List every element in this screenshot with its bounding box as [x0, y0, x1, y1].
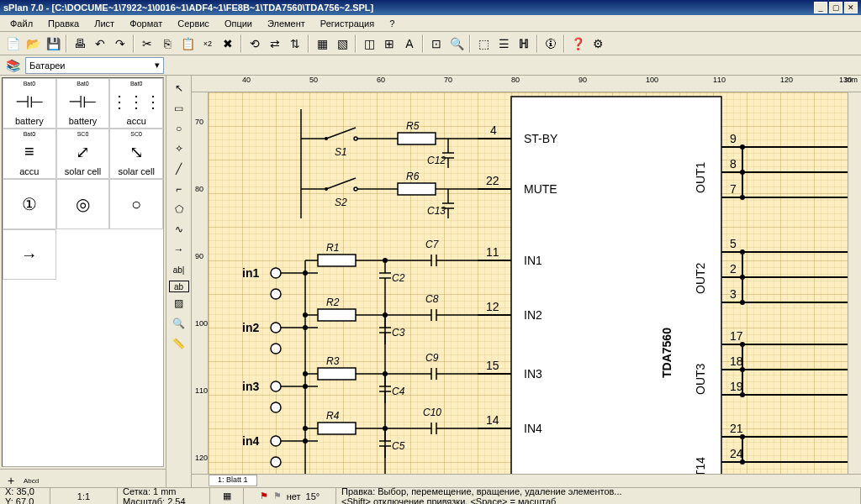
menu-format[interactable]: Формат	[123, 17, 169, 30]
junction-tool-icon[interactable]: ✧	[169, 139, 189, 158]
measure-tool-icon[interactable]: 📏	[169, 334, 189, 353]
bezier-tool-icon[interactable]: ∿	[169, 220, 189, 239]
schematic-canvas[interactable]: TDA7560 OUT1 OUT2 OUT3 JT14 4ST-BY 22MUT…	[209, 92, 848, 474]
send-back-icon[interactable]: ▧	[333, 34, 351, 53]
component-bat0-2[interactable]: Bat0⊣⊢battery	[56, 78, 110, 129]
component-accu-1[interactable]: Bat0⋮⋮⋮accu	[109, 78, 163, 129]
image-tool-icon[interactable]: ▨	[169, 294, 189, 312]
menu-file[interactable]: Файл	[3, 17, 40, 30]
flag-gray-icon[interactable]: ⚑	[273, 491, 282, 501]
ungroup-icon[interactable]: ⊞	[380, 34, 399, 53]
svg-point-189	[271, 402, 281, 412]
canvas-area: 70 80 90 100 110 120 TDA7560 OUT1 OUT2 O…	[192, 92, 861, 474]
svg-point-152	[303, 371, 308, 376]
group-icon[interactable]: ◫	[360, 34, 378, 53]
svg-point-68	[740, 392, 745, 397]
component-solar-2[interactable]: SC0⤡solar cell	[109, 129, 163, 179]
minimize-button[interactable]: _	[814, 2, 827, 13]
info-icon[interactable]: 🛈	[541, 34, 560, 53]
component-solar-1[interactable]: SC0⤢solar cell	[56, 129, 110, 179]
duplicate-icon[interactable]: ×2	[198, 34, 217, 53]
polyline-tool-icon[interactable]: ⌐	[169, 180, 189, 198]
paste-icon[interactable]: 📋	[178, 34, 197, 53]
component-circle[interactable]: ○	[109, 179, 163, 229]
new-file-icon[interactable]: 📄	[3, 34, 22, 53]
status-snap: нет	[287, 491, 301, 501]
svg-text:IN3: IN3	[524, 367, 542, 381]
svg-text:C12: C12	[427, 155, 446, 166]
cut-icon[interactable]: ✂	[138, 34, 156, 53]
zoom-in-icon[interactable]: 🔍	[447, 34, 466, 53]
tool-a-icon[interactable]: A	[400, 34, 419, 53]
svg-text:in1: in1	[242, 266, 259, 280]
sheet-tab[interactable]: 1: Blatt 1	[209, 475, 257, 486]
pointer-tool-icon[interactable]: ↖	[169, 79, 189, 97]
svg-text:24: 24	[730, 447, 743, 460]
scrollbar-vertical[interactable]	[848, 92, 861, 474]
svg-point-153	[303, 384, 308, 389]
bring-front-icon[interactable]: ▦	[313, 34, 331, 53]
save-file-icon[interactable]: 💾	[44, 34, 62, 53]
label-tool-icon[interactable]: ab	[169, 281, 189, 292]
search-icon[interactable]: ℍ	[515, 34, 533, 53]
redo-icon[interactable]: ↷	[111, 34, 129, 53]
svg-text:IN4: IN4	[524, 422, 542, 435]
zoom-tool-icon[interactable]: 🔍	[169, 314, 189, 333]
menu-sheet[interactable]: Лист	[87, 17, 121, 30]
undo-icon[interactable]: ↶	[91, 34, 109, 53]
mirror-h-icon[interactable]: ⇄	[266, 34, 284, 53]
status-angle: 15°	[306, 491, 320, 501]
open-file-icon[interactable]: 📂	[24, 34, 42, 53]
mirror-v-icon[interactable]: ⇅	[286, 34, 304, 53]
menu-service[interactable]: Сервис	[171, 17, 216, 30]
print-icon[interactable]: 🖶	[71, 34, 89, 53]
menu-edit[interactable]: Правка	[41, 17, 86, 30]
library-icon[interactable]: 📚	[3, 56, 22, 75]
arrow-tool-icon[interactable]: →	[169, 240, 189, 259]
statusbar: X: 35,0Y: 67,0 1:1 Сетка: 1 mmМасштаб: 2…	[0, 487, 861, 504]
maximize-button[interactable]: ▢	[829, 2, 843, 13]
svg-text:OUT2: OUT2	[694, 262, 707, 294]
component-j[interactable]: ◎	[56, 179, 110, 229]
status-y: Y: 67,0	[5, 496, 45, 505]
polygon-tool-icon[interactable]: ⬠	[169, 200, 189, 218]
status-grid-icon[interactable]: ▦	[210, 488, 244, 504]
component-sidebar: Bat0⊣⊢battery Bat0⊣⊢battery Bat0⋮⋮⋮accu …	[0, 76, 166, 487]
close-button[interactable]: ✕	[844, 2, 858, 13]
menu-element[interactable]: Элемент	[261, 17, 312, 30]
line-tool-icon[interactable]: ╱	[169, 160, 189, 178]
svg-point-145	[271, 381, 281, 391]
copy-icon[interactable]: ⎘	[158, 34, 177, 53]
svg-text:R1: R1	[326, 242, 339, 254]
flag-red-icon[interactable]: ⚑	[260, 491, 268, 501]
component-accu-2[interactable]: Bat0≡accu	[3, 129, 56, 179]
component-bat0-1[interactable]: Bat0⊣⊢battery	[3, 78, 56, 129]
main-toolbar: 📄 📂 💾 🖶 ↶ ↷ ✂ ⎘ 📋 ×2 ✖ ⟲ ⇄ ⇅ ▦ ▧ ◫ ⊞ A ⊡…	[0, 32, 861, 55]
library-dropdown[interactable]: Батареи ▾	[25, 57, 164, 74]
svg-text:in2: in2	[242, 321, 259, 334]
svg-rect-168	[318, 423, 356, 434]
text-tool-icon[interactable]: ab|	[169, 260, 189, 279]
menu-registration[interactable]: Регистрация	[314, 17, 381, 30]
svg-text:C2: C2	[392, 272, 405, 284]
schematic-svg: TDA7560 OUT1 OUT2 OUT3 JT14 4ST-BY 22MUT…	[209, 92, 848, 474]
component-e1[interactable]: ①	[3, 179, 56, 229]
circle-tool-icon[interactable]: ○	[169, 119, 189, 138]
svg-text:C8: C8	[425, 293, 439, 305]
select-all-icon[interactable]: ⬚	[474, 34, 493, 53]
list-icon[interactable]: ☰	[494, 34, 513, 53]
menu-options[interactable]: Опции	[218, 17, 259, 30]
component-arrow[interactable]: →	[3, 229, 56, 280]
help-icon[interactable]: ❓	[568, 34, 587, 53]
menu-help[interactable]: ?	[383, 17, 401, 30]
square-tool-icon[interactable]: ▭	[169, 99, 189, 118]
main-area: Bat0⊣⊢battery Bat0⊣⊢battery Bat0⋮⋮⋮accu …	[0, 76, 861, 487]
zoom-fit-icon[interactable]: ⊡	[427, 34, 446, 53]
settings-icon[interactable]: ⚙	[589, 34, 607, 53]
ruler-horizontal: 40 50 60 70 80 90 100 110 120 130 mm	[192, 76, 861, 92]
rotate-icon[interactable]: ⟲	[246, 34, 264, 53]
svg-text:ST-BY: ST-BY	[524, 132, 558, 145]
canvas-wrap: 40 50 60 70 80 90 100 110 120 130 mm 70 …	[192, 76, 861, 487]
svg-rect-0	[511, 97, 721, 474]
delete-icon[interactable]: ✖	[219, 34, 237, 53]
